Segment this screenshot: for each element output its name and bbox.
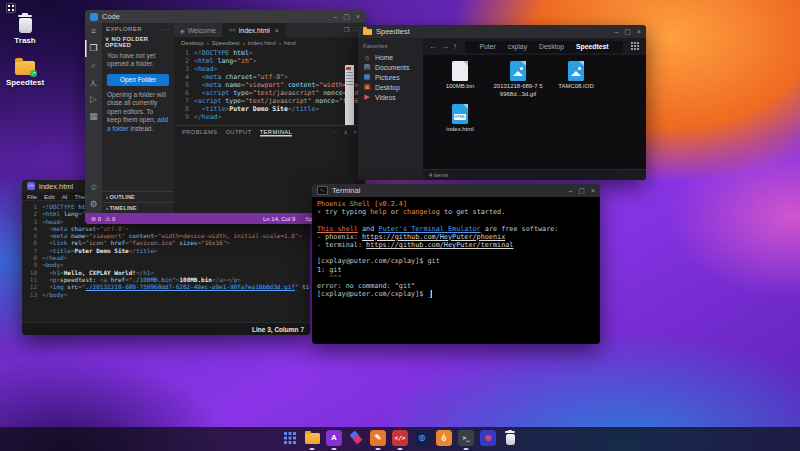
code-line[interactable]: 8</head>: [22, 254, 310, 261]
code-line[interactable]: 12 <img src="./20131218-689-759968dd7-62…: [22, 283, 310, 290]
taskbar-item-editor[interactable]: ✎: [370, 429, 386, 450]
menu-file[interactable]: File: [27, 193, 37, 200]
code-line[interactable]: 7<script type="text/javascript" nonce="f…: [174, 97, 365, 105]
taskbar-item-vscode[interactable]: </>: [392, 429, 408, 450]
taskbar-item-trash[interactable]: [502, 429, 518, 450]
taskbar-item-recorder[interactable]: ⚲: [436, 429, 452, 450]
code-line[interactable]: 7 <title>Puter Demo Site</title>: [22, 247, 310, 254]
desktop-icon-speedtest[interactable]: ↗ Speedtest: [2, 59, 48, 87]
close-tab-icon[interactable]: ×: [275, 27, 279, 34]
timeline-section[interactable]: › TIMELINE: [102, 202, 174, 213]
taskbar-item-dev-center[interactable]: [348, 429, 364, 450]
menu-edit[interactable]: Edit: [44, 193, 55, 200]
sidebar-item-home[interactable]: ⌂Home: [363, 52, 423, 62]
file-item[interactable]: HTMLindex.html: [435, 104, 485, 134]
open-folder-button[interactable]: Open Folder: [107, 74, 169, 86]
file-item[interactable]: 20131218-689-7 59968d...3d.gif: [493, 61, 543, 98]
breadcrumb-item-desktop[interactable]: Desktop: [539, 43, 564, 50]
menu-ai[interactable]: AI: [62, 193, 68, 200]
breadcrumb-item[interactable]: html: [284, 39, 296, 46]
code-line[interactable]: 2<html lang="zh">: [174, 57, 365, 65]
sidebar-item-pictures[interactable]: ▦Pictures: [363, 72, 423, 82]
panel-tab-terminal[interactable]: TERMINAL: [260, 129, 293, 135]
code-line[interactable]: 11 <p>speedtest: <a href="./100MB.bin">1…: [22, 276, 310, 283]
panel-action-icon[interactable]: ∧: [344, 129, 349, 135]
explorer-icon[interactable]: ❐: [85, 40, 102, 57]
code-line[interactable]: 3<head>: [174, 65, 365, 73]
warnings-count[interactable]: ⚠ 0: [105, 215, 115, 222]
breadcrumb-item[interactable]: index.html: [248, 39, 276, 46]
sidebar-item-videos[interactable]: ▶Videos: [363, 92, 423, 102]
panel-action-icon[interactable]: ×: [353, 129, 357, 135]
taskbar-item-terminal[interactable]: >_: [458, 429, 474, 450]
settings-gear-icon[interactable]: ⚙: [85, 196, 102, 213]
breadcrumb-item-puter[interactable]: Puter: [480, 43, 496, 50]
code-line[interactable]: 5 <meta name="viewport" content="width=d…: [174, 81, 365, 89]
minimize-button[interactable]: –: [333, 13, 337, 20]
desktop-icon-trash[interactable]: Trash: [2, 13, 48, 45]
run-debug-icon[interactable]: ▷: [85, 91, 102, 108]
vscode-breadcrumb[interactable]: Desktop›Speedtest›index.html›html: [174, 37, 365, 47]
close-button[interactable]: ×: [591, 187, 595, 194]
up-icon[interactable]: ↑: [453, 43, 457, 51]
code-line[interactable]: 5 <meta name="viewport" content="width=d…: [22, 232, 310, 239]
files-breadcrumb[interactable]: PutercxplayDesktopSpeedtest: [465, 41, 623, 53]
taskbar-item-camera[interactable]: ◎: [414, 429, 430, 450]
panel-tab-problems[interactable]: PROBLEMS: [182, 129, 217, 135]
errors-count[interactable]: ⊘ 0: [91, 215, 101, 222]
breadcrumb-item-cxplay[interactable]: cxplay: [508, 43, 527, 50]
menu-icon[interactable]: ≡: [85, 23, 102, 40]
taskbar-item-app-launcher[interactable]: [282, 429, 298, 450]
maximize-button[interactable]: ▢: [578, 187, 585, 195]
breadcrumb-item[interactable]: Desktop: [181, 39, 204, 46]
close-button[interactable]: ×: [637, 28, 641, 35]
panel-tab-output[interactable]: OUTPUT: [225, 129, 251, 135]
vscode-titlebar[interactable]: Code –▢×: [85, 10, 365, 23]
taskbar-item-file-manager[interactable]: [304, 429, 320, 450]
search-icon[interactable]: ⌕: [85, 57, 102, 74]
forward-icon[interactable]: →: [441, 43, 449, 51]
terminal-titlebar[interactable]: >_ Terminal –▢×: [312, 184, 600, 197]
panel-action-icon[interactable]: ···: [332, 129, 339, 135]
taskbar-item-speedtest[interactable]: ◉: [480, 429, 496, 450]
grid-view-icon[interactable]: [631, 42, 640, 51]
breadcrumb-item[interactable]: Speedtest: [212, 39, 240, 46]
editor-action-icon[interactable]: ❐: [344, 26, 350, 34]
minimize-button[interactable]: –: [568, 187, 572, 194]
tab-index-html[interactable]: <>index.html×: [223, 23, 286, 37]
vscode-code-area[interactable]: 1<!DOCTYPE html>2<html lang="zh">3<head>…: [174, 47, 365, 126]
minimap[interactable]: [345, 65, 354, 126]
more-actions-icon[interactable]: ···: [163, 26, 170, 32]
code-line[interactable]: 8 <title>Puter Demo Site</title>: [174, 105, 365, 113]
close-button[interactable]: ×: [356, 13, 360, 20]
code-line[interactable]: 13</body>: [22, 291, 310, 298]
code-line[interactable]: 10 <h1>Hello, CXPLAY World!</h1>: [22, 269, 310, 276]
sidebar-item-documents[interactable]: ▤Documents: [363, 62, 423, 72]
source-control-icon[interactable]: ϒ: [85, 74, 102, 91]
file-item[interactable]: TAMC08.IOD: [551, 61, 601, 98]
back-icon[interactable]: ←: [429, 43, 437, 51]
file-item[interactable]: 100MB.bin: [435, 61, 485, 98]
code-line[interactable]: 6 <script type="text/javascript" nonce="…: [174, 89, 365, 97]
tab-welcome[interactable]: ◈Welcome: [174, 23, 223, 37]
no-folder-section[interactable]: ∨ NO FOLDER OPENED: [102, 34, 174, 50]
code-line[interactable]: 9<body>: [22, 261, 310, 268]
line-col-indicator[interactable]: Ln 14, Col 9: [263, 216, 295, 222]
extensions-icon[interactable]: ▦: [85, 108, 102, 125]
outline-section[interactable]: › OUTLINE: [102, 191, 174, 202]
sidebar-item-desktop[interactable]: ▣Desktop: [363, 82, 423, 92]
maximize-button[interactable]: ▢: [624, 28, 631, 36]
puter-menu-icon[interactable]: [6, 3, 16, 13]
files-titlebar[interactable]: Speedtest –▢×: [358, 25, 646, 38]
breadcrumb-item-speedtest[interactable]: Speedtest: [576, 43, 608, 50]
minimize-button[interactable]: –: [614, 28, 618, 35]
terminal-body[interactable]: Phoenix Shell [v0.2.4]⚡ try typing help …: [312, 197, 600, 344]
maximize-button[interactable]: ▢: [343, 13, 350, 21]
code-line[interactable]: 4 <meta charset="utf-8">: [22, 225, 310, 232]
code-line[interactable]: 9</head>: [174, 113, 365, 121]
code-line[interactable]: 4 <meta charset="utf-8">: [174, 73, 365, 81]
code-line[interactable]: 6 <link rel="icon" href="favicon.ico" si…: [22, 239, 310, 246]
code-line[interactable]: 1<!DOCTYPE html>: [174, 49, 365, 57]
accounts-icon[interactable]: ☺: [85, 179, 102, 196]
taskbar-item-app-center[interactable]: A: [326, 429, 342, 450]
